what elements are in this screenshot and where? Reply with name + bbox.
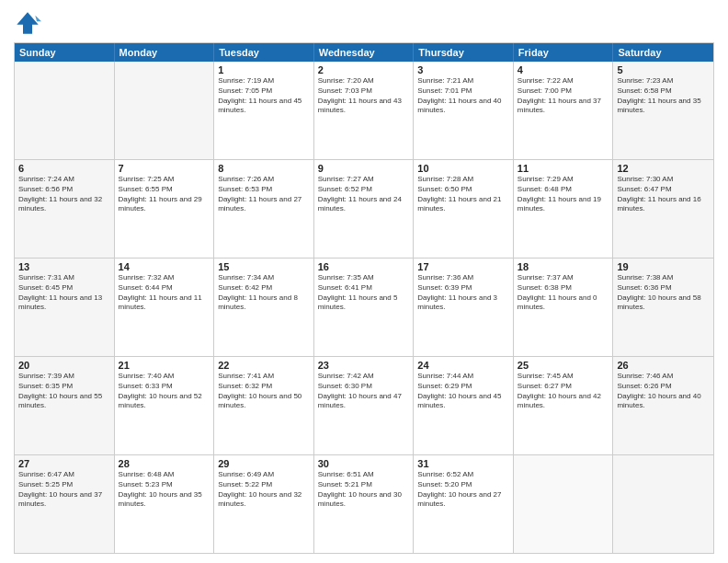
calendar-cell [514, 455, 614, 553]
day-number: 3 [417, 64, 509, 75]
cell-info: Sunrise: 7:45 AM Sunset: 6:27 PM Dayligh… [518, 372, 609, 411]
calendar-cell: 11Sunrise: 7:29 AM Sunset: 6:48 PM Dayli… [514, 160, 614, 258]
calendar-cell: 15Sunrise: 7:34 AM Sunset: 6:42 PM Dayli… [214, 259, 314, 356]
day-number: 8 [218, 163, 310, 174]
cell-info: Sunrise: 7:34 AM Sunset: 6:42 PM Dayligh… [218, 273, 310, 313]
day-number: 10 [417, 163, 509, 174]
weekday-header: Monday [115, 43, 215, 62]
page: SundayMondayTuesdayWednesdayThursdayFrid… [0, 0, 728, 563]
day-number: 18 [518, 261, 609, 272]
day-number: 14 [119, 261, 210, 272]
calendar: SundayMondayTuesdayWednesdayThursdayFrid… [14, 42, 714, 554]
calendar-cell: 17Sunrise: 7:36 AM Sunset: 6:39 PM Dayli… [414, 259, 514, 356]
cell-info: Sunrise: 6:49 AM Sunset: 5:22 PM Dayligh… [218, 470, 310, 510]
calendar-cell: 2Sunrise: 7:20 AM Sunset: 7:03 PM Daylig… [314, 62, 415, 159]
calendar-cell: 7Sunrise: 7:25 AM Sunset: 6:55 PM Daylig… [115, 160, 215, 258]
day-number: 25 [518, 360, 609, 371]
cell-info: Sunrise: 7:37 AM Sunset: 6:38 PM Dayligh… [518, 273, 609, 313]
cell-info: Sunrise: 6:47 AM Sunset: 5:25 PM Dayligh… [18, 470, 110, 510]
header [14, 9, 714, 37]
calendar-row: 13Sunrise: 7:31 AM Sunset: 6:45 PM Dayli… [15, 258, 713, 356]
cell-info: Sunrise: 6:51 AM Sunset: 5:21 PM Dayligh… [318, 470, 410, 510]
logo-icon [14, 9, 41, 37]
day-number: 20 [18, 360, 110, 371]
svg-marker-1 [35, 16, 41, 22]
cell-info: Sunrise: 7:38 AM Sunset: 6:36 PM Dayligh… [617, 273, 710, 313]
cell-info: Sunrise: 7:24 AM Sunset: 6:56 PM Dayligh… [18, 175, 110, 214]
day-number: 6 [18, 163, 110, 174]
day-number: 31 [417, 458, 509, 469]
day-number: 15 [218, 261, 310, 272]
day-number: 5 [617, 64, 710, 75]
calendar-cell: 3Sunrise: 7:21 AM Sunset: 7:01 PM Daylig… [414, 62, 514, 159]
calendar-row: 1Sunrise: 7:19 AM Sunset: 7:05 PM Daylig… [15, 62, 713, 159]
calendar-cell [15, 62, 115, 159]
day-number: 27 [18, 458, 110, 469]
calendar-cell: 23Sunrise: 7:42 AM Sunset: 6:30 PM Dayli… [314, 357, 415, 454]
cell-info: Sunrise: 6:52 AM Sunset: 5:20 PM Dayligh… [417, 470, 509, 510]
calendar-cell: 9Sunrise: 7:27 AM Sunset: 6:52 PM Daylig… [314, 160, 415, 258]
calendar-cell: 14Sunrise: 7:32 AM Sunset: 6:44 PM Dayli… [115, 259, 215, 356]
cell-info: Sunrise: 7:22 AM Sunset: 7:00 PM Dayligh… [518, 76, 609, 116]
cell-info: Sunrise: 7:31 AM Sunset: 6:45 PM Dayligh… [18, 273, 110, 313]
calendar-cell: 27Sunrise: 6:47 AM Sunset: 5:25 PM Dayli… [15, 455, 115, 553]
calendar-body: 1Sunrise: 7:19 AM Sunset: 7:05 PM Daylig… [15, 62, 713, 553]
calendar-cell: 8Sunrise: 7:26 AM Sunset: 6:53 PM Daylig… [214, 160, 314, 258]
day-number: 2 [318, 64, 410, 75]
day-number: 1 [218, 64, 310, 75]
day-number: 29 [218, 458, 310, 469]
cell-info: Sunrise: 7:39 AM Sunset: 6:35 PM Dayligh… [18, 372, 110, 411]
calendar-cell: 24Sunrise: 7:44 AM Sunset: 6:29 PM Dayli… [414, 357, 514, 454]
cell-info: Sunrise: 7:36 AM Sunset: 6:39 PM Dayligh… [417, 273, 509, 313]
cell-info: Sunrise: 7:23 AM Sunset: 6:58 PM Dayligh… [617, 76, 710, 116]
day-number: 11 [518, 163, 609, 174]
cell-info: Sunrise: 7:25 AM Sunset: 6:55 PM Dayligh… [119, 175, 210, 214]
calendar-cell: 21Sunrise: 7:40 AM Sunset: 6:33 PM Dayli… [115, 357, 215, 454]
cell-info: Sunrise: 7:28 AM Sunset: 6:50 PM Dayligh… [417, 175, 509, 214]
day-number: 19 [617, 261, 710, 272]
weekday-header: Friday [514, 43, 614, 62]
calendar-cell: 6Sunrise: 7:24 AM Sunset: 6:56 PM Daylig… [15, 160, 115, 258]
day-number: 21 [119, 360, 210, 371]
calendar-cell: 31Sunrise: 6:52 AM Sunset: 5:20 PM Dayli… [414, 455, 514, 553]
cell-info: Sunrise: 7:29 AM Sunset: 6:48 PM Dayligh… [518, 175, 609, 214]
day-number: 22 [218, 360, 310, 371]
weekday-header: Saturday [613, 43, 713, 62]
calendar-cell: 26Sunrise: 7:46 AM Sunset: 6:26 PM Dayli… [613, 357, 713, 454]
cell-info: Sunrise: 7:21 AM Sunset: 7:01 PM Dayligh… [417, 76, 509, 116]
cell-info: Sunrise: 7:41 AM Sunset: 6:32 PM Dayligh… [218, 372, 310, 411]
calendar-cell: 20Sunrise: 7:39 AM Sunset: 6:35 PM Dayli… [15, 357, 115, 454]
calendar-cell: 30Sunrise: 6:51 AM Sunset: 5:21 PM Dayli… [314, 455, 415, 553]
day-number: 16 [318, 261, 410, 272]
cell-info: Sunrise: 7:40 AM Sunset: 6:33 PM Dayligh… [119, 372, 210, 411]
cell-info: Sunrise: 7:26 AM Sunset: 6:53 PM Dayligh… [218, 175, 310, 214]
calendar-cell: 25Sunrise: 7:45 AM Sunset: 6:27 PM Dayli… [514, 357, 614, 454]
calendar-cell: 22Sunrise: 7:41 AM Sunset: 6:32 PM Dayli… [214, 357, 314, 454]
calendar-cell: 28Sunrise: 6:48 AM Sunset: 5:23 PM Dayli… [115, 455, 215, 553]
cell-info: Sunrise: 7:20 AM Sunset: 7:03 PM Dayligh… [318, 76, 410, 116]
cell-info: Sunrise: 7:35 AM Sunset: 6:41 PM Dayligh… [318, 273, 410, 313]
calendar-row: 20Sunrise: 7:39 AM Sunset: 6:35 PM Dayli… [15, 356, 713, 454]
day-number: 28 [119, 458, 210, 469]
weekday-header: Thursday [414, 43, 514, 62]
cell-info: Sunrise: 7:44 AM Sunset: 6:29 PM Dayligh… [417, 372, 509, 411]
svg-marker-0 [17, 12, 38, 33]
day-number: 24 [417, 360, 509, 371]
weekday-header: Wednesday [314, 43, 415, 62]
weekday-header: Sunday [15, 43, 115, 62]
cell-info: Sunrise: 7:42 AM Sunset: 6:30 PM Dayligh… [318, 372, 410, 411]
logo [14, 9, 45, 37]
calendar-header: SundayMondayTuesdayWednesdayThursdayFrid… [15, 43, 713, 62]
day-number: 17 [417, 261, 509, 272]
calendar-row: 6Sunrise: 7:24 AM Sunset: 6:56 PM Daylig… [15, 159, 713, 258]
day-number: 7 [119, 163, 210, 174]
calendar-cell: 5Sunrise: 7:23 AM Sunset: 6:58 PM Daylig… [613, 62, 713, 159]
day-number: 30 [318, 458, 410, 469]
calendar-cell: 12Sunrise: 7:30 AM Sunset: 6:47 PM Dayli… [613, 160, 713, 258]
day-number: 4 [518, 64, 609, 75]
calendar-cell: 1Sunrise: 7:19 AM Sunset: 7:05 PM Daylig… [214, 62, 314, 159]
calendar-cell: 4Sunrise: 7:22 AM Sunset: 7:00 PM Daylig… [514, 62, 614, 159]
cell-info: Sunrise: 7:32 AM Sunset: 6:44 PM Dayligh… [119, 273, 210, 313]
cell-info: Sunrise: 7:19 AM Sunset: 7:05 PM Dayligh… [218, 76, 310, 116]
calendar-cell: 18Sunrise: 7:37 AM Sunset: 6:38 PM Dayli… [514, 259, 614, 356]
